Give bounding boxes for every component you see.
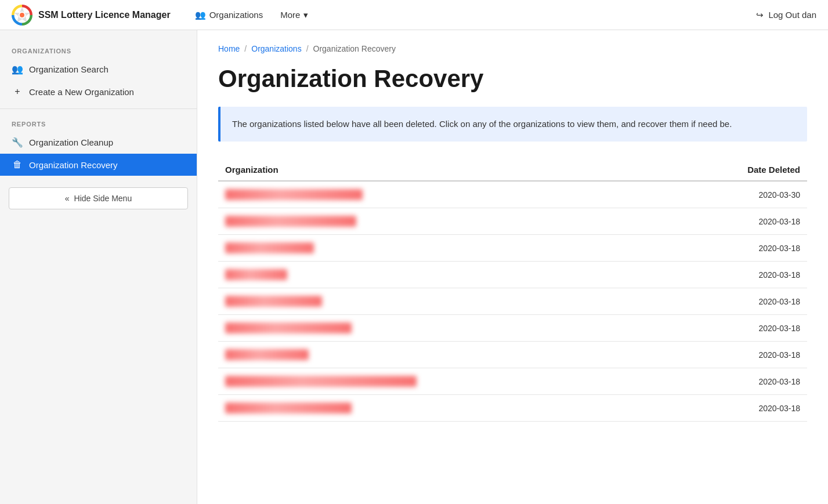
chevron-down-icon: ▾ xyxy=(303,10,308,20)
main-content: Home / Organizations / Organization Reco… xyxy=(197,30,828,504)
org-name-cell: XXXXXXX XXXX XXXXXXXX XXXXX xyxy=(218,181,663,208)
org-name-cell: XXXX XXXXXX XX XXX X XXXXXX xyxy=(218,208,663,235)
organizations-table: Organization Date Deleted XXXXXXX XXXX X… xyxy=(218,159,807,422)
trash-icon: 🗑 xyxy=(12,159,23,170)
page-layout: ORGANIZATIONS 👥 Organization Search + Cr… xyxy=(0,30,828,504)
sidebar-divider xyxy=(0,108,197,109)
table-row[interactable]: XXXXXX XXXXX XXXXXX2020-03-18 xyxy=(218,288,807,315)
sidebar-item-org-recovery[interactable]: 🗑 Organization Recovery xyxy=(0,154,197,176)
org-name-cell: XXXXX XXXXXXXXXX XXXXXXXXXXXXXX XXXXX xyxy=(218,368,663,395)
table-row[interactable]: XXXXXXX XXXXXXXXXX XX XXX2020-03-18 xyxy=(218,395,807,422)
topnav-links: 👥 Organizations More ▾ xyxy=(188,6,757,24)
plus-icon: + xyxy=(12,86,23,97)
table-row[interactable]: XXXX XXXXXX XX XXX X XXXXXX2020-03-18 xyxy=(218,208,807,235)
table-row[interactable]: XXXXXXX XXXX XXXXXXXX XXXXX2020-03-30 xyxy=(218,181,807,208)
date-deleted-cell: 2020-03-18 xyxy=(663,368,807,395)
svg-point-2 xyxy=(20,13,24,17)
date-deleted-cell: 2020-03-30 xyxy=(663,181,807,208)
breadcrumb-home[interactable]: Home xyxy=(218,44,240,53)
info-box: The organizations listed below have all … xyxy=(218,107,807,142)
org-name-cell: XXXXXXXXX XXXXX XXXXXX XX xyxy=(218,315,663,342)
org-name-cell: XXXXXXXX XXXXXXXX xyxy=(218,235,663,262)
breadcrumb: Home / Organizations / Organization Reco… xyxy=(218,44,807,53)
org-name-cell: XXXXX XXXXXXXXXX xyxy=(218,342,663,368)
chevrons-left-icon: « xyxy=(65,194,70,203)
app-title: SSM Lottery Licence Manager xyxy=(38,10,171,20)
table-row[interactable]: XXXXXX XXXXX2020-03-18 xyxy=(218,262,807,288)
hide-side-menu-button[interactable]: « Hide Side Menu xyxy=(9,187,188,209)
date-deleted-cell: 2020-03-18 xyxy=(663,235,807,262)
col-date-deleted: Date Deleted xyxy=(663,159,807,181)
page-title: Organization Recovery xyxy=(218,65,807,93)
breadcrumb-organizations[interactable]: Organizations xyxy=(251,44,301,53)
table-row[interactable]: XXXXX XXXXXXXXXX2020-03-18 xyxy=(218,342,807,368)
top-navigation: SSM Lottery Licence Manager 👥 Organizati… xyxy=(0,0,828,30)
logout-icon: ↪ xyxy=(756,10,764,20)
cleanup-icon: 🔧 xyxy=(12,137,23,148)
table-row[interactable]: XXXXXXXX XXXXXXXX2020-03-18 xyxy=(218,235,807,262)
table-body: XXXXXXX XXXX XXXXXXXX XXXXX2020-03-30XXX… xyxy=(218,181,807,422)
breadcrumb-current: Organization Recovery xyxy=(313,44,396,53)
date-deleted-cell: 2020-03-18 xyxy=(663,395,807,422)
breadcrumb-sep-1: / xyxy=(244,44,247,53)
sidebar-item-create-org[interactable]: + Create a New Organization xyxy=(0,81,197,103)
org-name-cell: XXXXXX XXXXX xyxy=(218,262,663,288)
table-row[interactable]: XXXXX XXXXXXXXXX XXXXXXXXXXXXXX XXXXX202… xyxy=(218,368,807,395)
table-row[interactable]: XXXXXXXXX XXXXX XXXXXX XX2020-03-18 xyxy=(218,315,807,342)
date-deleted-cell: 2020-03-18 xyxy=(663,288,807,315)
breadcrumb-sep-2: / xyxy=(306,44,309,53)
date-deleted-cell: 2020-03-18 xyxy=(663,342,807,368)
sidebar: ORGANIZATIONS 👥 Organization Search + Cr… xyxy=(0,30,197,504)
logout-button[interactable]: ↪ Log Out dan xyxy=(756,10,816,20)
date-deleted-cell: 2020-03-18 xyxy=(663,262,807,288)
org-name-cell: XXXXXXX XXXXXXXXXX XX XXX xyxy=(218,395,663,422)
nav-more[interactable]: More ▾ xyxy=(273,6,315,24)
nav-organizations[interactable]: 👥 Organizations xyxy=(188,6,270,24)
app-logo[interactable]: SSM Lottery Licence Manager xyxy=(12,5,171,26)
sidebar-item-org-search[interactable]: 👥 Organization Search xyxy=(0,58,197,81)
organizations-icon: 👥 xyxy=(195,10,206,20)
sidebar-section-reports: REPORTS xyxy=(0,115,197,131)
table-header: Organization Date Deleted xyxy=(218,159,807,181)
people-icon: 👥 xyxy=(12,64,23,75)
col-organization: Organization xyxy=(218,159,663,181)
date-deleted-cell: 2020-03-18 xyxy=(663,208,807,235)
org-name-cell: XXXXXX XXXXX XXXXXX xyxy=(218,288,663,315)
date-deleted-cell: 2020-03-18 xyxy=(663,315,807,342)
sidebar-section-organizations: ORGANIZATIONS xyxy=(0,42,197,58)
logo-icon xyxy=(12,5,32,26)
sidebar-item-org-cleanup[interactable]: 🔧 Organization Cleanup xyxy=(0,131,197,154)
